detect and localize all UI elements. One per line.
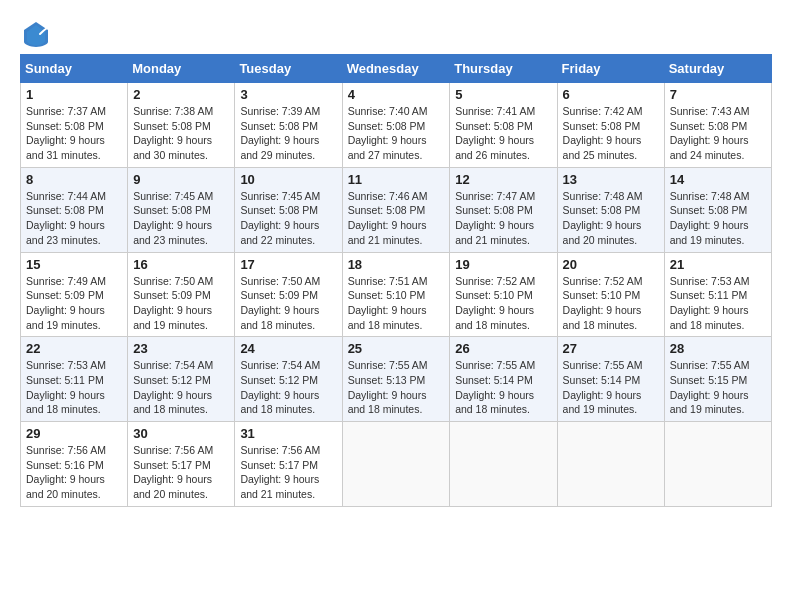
day-number: 7	[670, 87, 766, 102]
calendar-day-cell: 3 Sunrise: 7:39 AMSunset: 5:08 PMDayligh…	[235, 83, 342, 168]
calendar-day-cell: 24 Sunrise: 7:54 AMSunset: 5:12 PMDaylig…	[235, 337, 342, 422]
day-info: Sunrise: 7:42 AMSunset: 5:08 PMDaylight:…	[563, 105, 643, 161]
day-info: Sunrise: 7:55 AMSunset: 5:15 PMDaylight:…	[670, 359, 750, 415]
day-info: Sunrise: 7:52 AMSunset: 5:10 PMDaylight:…	[563, 275, 643, 331]
day-info: Sunrise: 7:50 AMSunset: 5:09 PMDaylight:…	[240, 275, 320, 331]
day-info: Sunrise: 7:41 AMSunset: 5:08 PMDaylight:…	[455, 105, 535, 161]
calendar-day-cell: 2 Sunrise: 7:38 AMSunset: 5:08 PMDayligh…	[128, 83, 235, 168]
calendar-day-cell: 28 Sunrise: 7:55 AMSunset: 5:15 PMDaylig…	[664, 337, 771, 422]
day-number: 29	[26, 426, 122, 441]
day-number: 8	[26, 172, 122, 187]
calendar-day-cell	[557, 422, 664, 507]
day-info: Sunrise: 7:48 AMSunset: 5:08 PMDaylight:…	[563, 190, 643, 246]
calendar-day-cell: 22 Sunrise: 7:53 AMSunset: 5:11 PMDaylig…	[21, 337, 128, 422]
calendar-day-cell: 12 Sunrise: 7:47 AMSunset: 5:08 PMDaylig…	[450, 167, 557, 252]
day-info: Sunrise: 7:40 AMSunset: 5:08 PMDaylight:…	[348, 105, 428, 161]
day-number: 12	[455, 172, 551, 187]
day-number: 23	[133, 341, 229, 356]
day-number: 1	[26, 87, 122, 102]
day-number: 15	[26, 257, 122, 272]
weekday-header-cell: Sunday	[21, 55, 128, 83]
calendar-week-row: 22 Sunrise: 7:53 AMSunset: 5:11 PMDaylig…	[21, 337, 772, 422]
day-info: Sunrise: 7:56 AMSunset: 5:16 PMDaylight:…	[26, 444, 106, 500]
calendar-day-cell: 31 Sunrise: 7:56 AMSunset: 5:17 PMDaylig…	[235, 422, 342, 507]
day-info: Sunrise: 7:43 AMSunset: 5:08 PMDaylight:…	[670, 105, 750, 161]
day-number: 25	[348, 341, 445, 356]
day-info: Sunrise: 7:52 AMSunset: 5:10 PMDaylight:…	[455, 275, 535, 331]
day-info: Sunrise: 7:53 AMSunset: 5:11 PMDaylight:…	[670, 275, 750, 331]
calendar-day-cell: 10 Sunrise: 7:45 AMSunset: 5:08 PMDaylig…	[235, 167, 342, 252]
weekday-header-cell: Thursday	[450, 55, 557, 83]
calendar-day-cell: 30 Sunrise: 7:56 AMSunset: 5:17 PMDaylig…	[128, 422, 235, 507]
day-info: Sunrise: 7:56 AMSunset: 5:17 PMDaylight:…	[133, 444, 213, 500]
day-info: Sunrise: 7:46 AMSunset: 5:08 PMDaylight:…	[348, 190, 428, 246]
calendar-day-cell: 7 Sunrise: 7:43 AMSunset: 5:08 PMDayligh…	[664, 83, 771, 168]
calendar-body: 1 Sunrise: 7:37 AMSunset: 5:08 PMDayligh…	[21, 83, 772, 507]
day-info: Sunrise: 7:50 AMSunset: 5:09 PMDaylight:…	[133, 275, 213, 331]
day-number: 4	[348, 87, 445, 102]
calendar-day-cell: 6 Sunrise: 7:42 AMSunset: 5:08 PMDayligh…	[557, 83, 664, 168]
calendar-day-cell: 11 Sunrise: 7:46 AMSunset: 5:08 PMDaylig…	[342, 167, 450, 252]
day-number: 20	[563, 257, 659, 272]
page-header	[20, 20, 772, 44]
day-number: 13	[563, 172, 659, 187]
calendar-day-cell: 17 Sunrise: 7:50 AMSunset: 5:09 PMDaylig…	[235, 252, 342, 337]
calendar-day-cell: 14 Sunrise: 7:48 AMSunset: 5:08 PMDaylig…	[664, 167, 771, 252]
weekday-header-row: SundayMondayTuesdayWednesdayThursdayFrid…	[21, 55, 772, 83]
day-number: 26	[455, 341, 551, 356]
calendar-week-row: 15 Sunrise: 7:49 AMSunset: 5:09 PMDaylig…	[21, 252, 772, 337]
day-info: Sunrise: 7:44 AMSunset: 5:08 PMDaylight:…	[26, 190, 106, 246]
day-info: Sunrise: 7:49 AMSunset: 5:09 PMDaylight:…	[26, 275, 106, 331]
day-info: Sunrise: 7:53 AMSunset: 5:11 PMDaylight:…	[26, 359, 106, 415]
calendar-week-row: 1 Sunrise: 7:37 AMSunset: 5:08 PMDayligh…	[21, 83, 772, 168]
day-number: 28	[670, 341, 766, 356]
calendar-day-cell: 18 Sunrise: 7:51 AMSunset: 5:10 PMDaylig…	[342, 252, 450, 337]
day-number: 9	[133, 172, 229, 187]
day-number: 16	[133, 257, 229, 272]
weekday-header-cell: Monday	[128, 55, 235, 83]
calendar-day-cell	[664, 422, 771, 507]
weekday-header-cell: Tuesday	[235, 55, 342, 83]
day-number: 30	[133, 426, 229, 441]
day-number: 17	[240, 257, 336, 272]
day-info: Sunrise: 7:38 AMSunset: 5:08 PMDaylight:…	[133, 105, 213, 161]
day-info: Sunrise: 7:48 AMSunset: 5:08 PMDaylight:…	[670, 190, 750, 246]
day-info: Sunrise: 7:45 AMSunset: 5:08 PMDaylight:…	[240, 190, 320, 246]
day-number: 11	[348, 172, 445, 187]
day-info: Sunrise: 7:39 AMSunset: 5:08 PMDaylight:…	[240, 105, 320, 161]
weekday-header-cell: Wednesday	[342, 55, 450, 83]
calendar-day-cell: 21 Sunrise: 7:53 AMSunset: 5:11 PMDaylig…	[664, 252, 771, 337]
calendar-day-cell: 23 Sunrise: 7:54 AMSunset: 5:12 PMDaylig…	[128, 337, 235, 422]
day-number: 27	[563, 341, 659, 356]
calendar-day-cell: 5 Sunrise: 7:41 AMSunset: 5:08 PMDayligh…	[450, 83, 557, 168]
calendar-day-cell: 26 Sunrise: 7:55 AMSunset: 5:14 PMDaylig…	[450, 337, 557, 422]
day-info: Sunrise: 7:47 AMSunset: 5:08 PMDaylight:…	[455, 190, 535, 246]
day-number: 31	[240, 426, 336, 441]
calendar-day-cell: 13 Sunrise: 7:48 AMSunset: 5:08 PMDaylig…	[557, 167, 664, 252]
day-number: 24	[240, 341, 336, 356]
day-info: Sunrise: 7:37 AMSunset: 5:08 PMDaylight:…	[26, 105, 106, 161]
day-number: 10	[240, 172, 336, 187]
day-info: Sunrise: 7:55 AMSunset: 5:14 PMDaylight:…	[563, 359, 643, 415]
calendar-day-cell: 9 Sunrise: 7:45 AMSunset: 5:08 PMDayligh…	[128, 167, 235, 252]
weekday-header-cell: Friday	[557, 55, 664, 83]
calendar-day-cell	[450, 422, 557, 507]
day-number: 3	[240, 87, 336, 102]
calendar-day-cell: 4 Sunrise: 7:40 AMSunset: 5:08 PMDayligh…	[342, 83, 450, 168]
day-number: 22	[26, 341, 122, 356]
day-info: Sunrise: 7:56 AMSunset: 5:17 PMDaylight:…	[240, 444, 320, 500]
logo-icon	[22, 20, 50, 48]
day-number: 19	[455, 257, 551, 272]
day-info: Sunrise: 7:54 AMSunset: 5:12 PMDaylight:…	[240, 359, 320, 415]
calendar-day-cell: 1 Sunrise: 7:37 AMSunset: 5:08 PMDayligh…	[21, 83, 128, 168]
calendar-day-cell: 25 Sunrise: 7:55 AMSunset: 5:13 PMDaylig…	[342, 337, 450, 422]
calendar-day-cell: 20 Sunrise: 7:52 AMSunset: 5:10 PMDaylig…	[557, 252, 664, 337]
calendar-day-cell: 15 Sunrise: 7:49 AMSunset: 5:09 PMDaylig…	[21, 252, 128, 337]
calendar-day-cell: 27 Sunrise: 7:55 AMSunset: 5:14 PMDaylig…	[557, 337, 664, 422]
day-info: Sunrise: 7:55 AMSunset: 5:14 PMDaylight:…	[455, 359, 535, 415]
day-number: 14	[670, 172, 766, 187]
calendar-week-row: 8 Sunrise: 7:44 AMSunset: 5:08 PMDayligh…	[21, 167, 772, 252]
calendar-day-cell: 16 Sunrise: 7:50 AMSunset: 5:09 PMDaylig…	[128, 252, 235, 337]
day-number: 18	[348, 257, 445, 272]
day-info: Sunrise: 7:54 AMSunset: 5:12 PMDaylight:…	[133, 359, 213, 415]
